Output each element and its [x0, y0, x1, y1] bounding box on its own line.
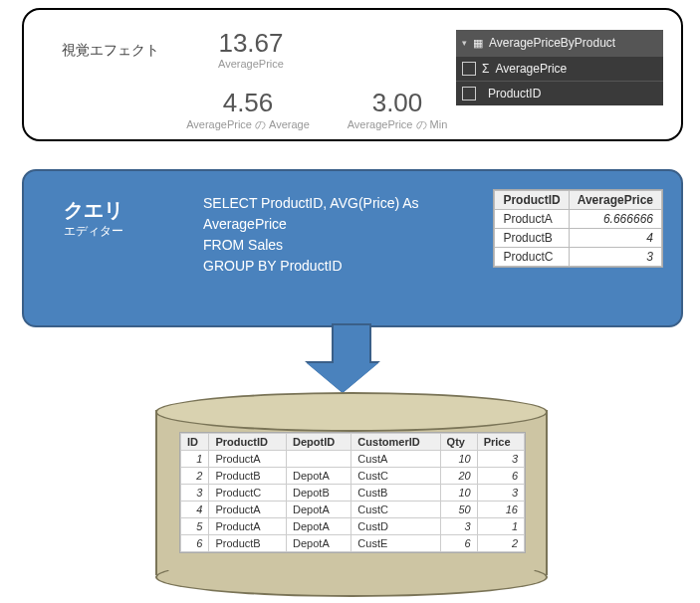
sales-header: CustomerID — [351, 434, 440, 451]
cell: ProductB — [495, 229, 569, 248]
cell: 3 — [569, 248, 661, 267]
cell: ProductC — [209, 485, 287, 502]
table-row: ProductB 4 — [495, 229, 662, 248]
query-editor-card: クエリ エディター SELECT ProductID, AVG(Price) A… — [22, 169, 683, 327]
cell: ProductC — [495, 248, 569, 267]
cell — [287, 451, 351, 468]
cell: 3 — [181, 485, 209, 502]
query-title: クエリ — [64, 197, 123, 224]
table-row: 4 ProductA DepotA CustC 50 16 — [181, 502, 525, 518]
table-row: 5 ProductA DepotA CustD 3 1 — [181, 518, 525, 535]
cell: CustC — [351, 502, 440, 518]
metric-caption: AveragePrice の Average — [163, 117, 333, 132]
cell: ProductB — [209, 535, 287, 552]
metric-value: 3.00 — [323, 90, 472, 115]
metric-value: 13.67 — [181, 30, 321, 56]
checkbox-icon[interactable] — [462, 87, 476, 100]
cell: 4 — [569, 229, 661, 248]
metric-caption: AveragePrice の Min — [323, 117, 472, 132]
sales-header: ProductID — [209, 434, 287, 451]
table-row: 1 ProductA CustA 10 3 — [181, 451, 525, 468]
query-result-table: ProductID AveragePrice ProductA 6.666666… — [493, 189, 663, 268]
cell: 50 — [440, 502, 477, 518]
collapse-icon: ▾ — [462, 38, 467, 48]
table-row: 6 ProductB DepotA CustE 6 2 — [181, 535, 525, 552]
cell: DepotA — [287, 468, 351, 485]
table-row: 2 ProductB DepotA CustC 20 6 — [181, 468, 525, 485]
fields-table-header[interactable]: ▾ ▦ AveragePriceByProduct — [456, 30, 663, 56]
sales-header: DepotID — [287, 434, 351, 451]
cell: 6 — [477, 468, 524, 485]
cell: CustB — [351, 485, 440, 502]
cell: CustE — [351, 535, 440, 552]
cell: CustC — [351, 468, 440, 485]
metric-average-price: 13.67 AveragePrice — [181, 30, 321, 70]
cell: 6 — [181, 535, 209, 552]
cell: 6.666666 — [569, 210, 661, 229]
cell: DepotA — [287, 502, 351, 518]
cell: CustD — [351, 518, 440, 535]
metric-caption: AveragePrice — [181, 58, 321, 70]
table-row: ProductC 3 — [495, 248, 662, 267]
fields-table-name: AveragePriceByProduct — [489, 36, 615, 50]
cell: ProductA — [209, 451, 287, 468]
sigma-icon: Σ — [482, 62, 489, 76]
sales-header: Qty — [440, 434, 477, 451]
sales-header: Price — [477, 434, 524, 451]
cell: 10 — [440, 485, 477, 502]
cell: DepotB — [287, 485, 351, 502]
cell: ProductA — [209, 518, 287, 535]
fields-column-productid[interactable]: ProductID — [456, 81, 663, 105]
cell: DepotA — [287, 518, 351, 535]
metric-min-of-average: 3.00 AveragePrice の Min — [323, 90, 472, 132]
cell: 3 — [440, 518, 477, 535]
visual-card: 視覚エフェクト 13.67 AveragePrice 4.56 AverageP… — [22, 8, 683, 141]
metric-value: 4.56 — [163, 90, 333, 115]
fields-column-name: ProductID — [488, 87, 541, 100]
cell: 3 — [477, 485, 524, 502]
cell: 4 — [181, 502, 209, 518]
sales-table: ID ProductID DepotID CustomerID Qty Pric… — [179, 432, 526, 553]
sql-text: SELECT ProductID, AVG(Price) As AverageP… — [203, 193, 419, 277]
fields-column-averageprice[interactable]: Σ AveragePrice — [456, 56, 663, 81]
cell: 2 — [477, 535, 524, 552]
visual-label: 視覚エフェクト — [62, 42, 159, 60]
database-cylinder: ID ProductID DepotID CustomerID Qty Pric… — [155, 392, 544, 593]
cell: 3 — [477, 451, 524, 468]
cell: ProductA — [209, 502, 287, 518]
cell: 16 — [477, 502, 524, 518]
table-row: ProductA 6.666666 — [495, 210, 662, 229]
table-icon: ▦ — [473, 37, 483, 50]
cell: 2 — [181, 468, 209, 485]
fields-panel: ▾ ▦ AveragePriceByProduct Σ AveragePrice… — [456, 30, 663, 105]
cell: 1 — [181, 451, 209, 468]
cell: ProductA — [495, 210, 569, 229]
cell: 1 — [477, 518, 524, 535]
checkbox-icon[interactable] — [462, 62, 476, 76]
cell: 10 — [440, 451, 477, 468]
table-row: 3 ProductC DepotB CustB 10 3 — [181, 485, 525, 502]
sales-header: ID — [181, 434, 209, 451]
arrow-down-icon — [325, 323, 378, 393]
fields-column-name: AveragePrice — [495, 62, 567, 76]
cell: CustA — [351, 451, 440, 468]
metric-avg-of-average: 4.56 AveragePrice の Average — [163, 90, 333, 132]
cell: DepotA — [287, 535, 351, 552]
query-subtitle: エディター — [64, 223, 123, 240]
cell: 20 — [440, 468, 477, 485]
result-header: AveragePrice — [569, 191, 661, 210]
result-header: ProductID — [495, 191, 569, 210]
cell: 5 — [181, 518, 209, 535]
cell: ProductB — [209, 468, 287, 485]
cell: 6 — [440, 535, 477, 552]
